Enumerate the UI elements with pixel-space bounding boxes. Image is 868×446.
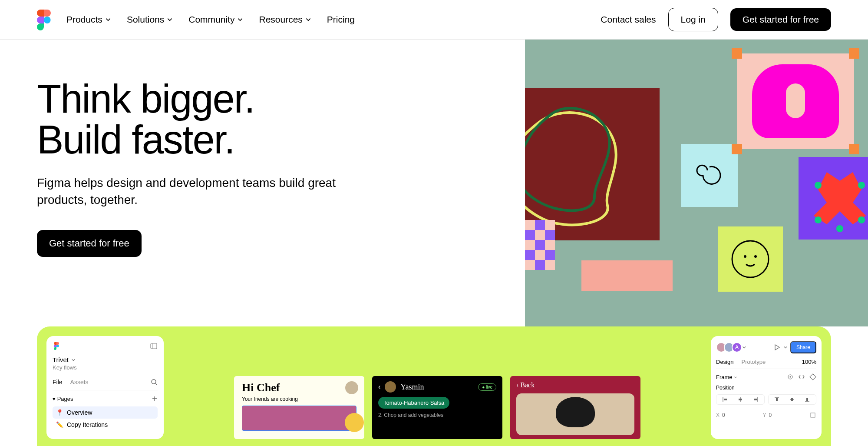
play-icon[interactable] — [773, 343, 781, 351]
jester-shape-icon — [799, 157, 868, 240]
get-started-button[interactable]: Get started for free — [730, 8, 831, 31]
svg-point-2 — [858, 182, 865, 189]
contact-sales-link[interactable]: Contact sales — [601, 14, 656, 25]
component-icon[interactable] — [809, 373, 816, 380]
share-button[interactable]: Share — [790, 341, 816, 353]
align-right-icon[interactable] — [749, 396, 762, 403]
chevron-down-icon — [105, 17, 111, 23]
project-subtitle: Key flows — [53, 364, 158, 371]
svg-point-9 — [56, 345, 59, 347]
login-button[interactable]: Log in — [668, 8, 718, 31]
chevron-down-icon — [305, 17, 311, 23]
recipe-pill: Tomato-Habañero Salsa — [378, 397, 449, 409]
svg-point-5 — [836, 225, 843, 232]
zoom-level[interactable]: 100% — [802, 359, 816, 365]
align-top-icon[interactable] — [770, 396, 784, 403]
properties-panel: A Share Design Prototype 100% Frame Posi… — [711, 336, 822, 439]
collaborator-avatars[interactable]: A — [716, 342, 739, 353]
plus-icon[interactable] — [152, 396, 158, 402]
chevron-down-icon — [71, 358, 76, 362]
svg-rect-26 — [791, 398, 793, 401]
svg-rect-29 — [811, 413, 815, 417]
chevron-down-icon — [167, 17, 173, 23]
avatar-icon — [345, 381, 358, 394]
chevron-down-icon[interactable] — [742, 345, 746, 349]
mockup-hi-chef: Hi Chef Your friends are cooking — [234, 376, 364, 439]
align-center-v-icon[interactable] — [785, 396, 799, 403]
x-position-field[interactable]: X0 — [716, 412, 759, 419]
peach-rect-shape — [581, 260, 673, 291]
site-header: Products Solutions Community Resources P… — [0, 0, 868, 40]
chevron-down-icon[interactable] — [783, 345, 788, 349]
tab-design[interactable]: Design — [716, 359, 733, 365]
svg-rect-18 — [724, 399, 727, 400]
tab-assets[interactable]: Assets — [70, 379, 89, 386]
svg-point-6 — [732, 241, 769, 277]
back-chevron-icon: ‹ — [378, 383, 380, 391]
pink-blob-icon — [752, 64, 839, 138]
back-link: ‹ Back — [516, 381, 634, 389]
svg-rect-24 — [776, 398, 778, 401]
recipe-step: 2. Chop and add vegetables — [378, 412, 496, 418]
tab-file[interactable]: File — [53, 379, 63, 386]
svg-rect-20 — [739, 399, 742, 400]
svg-line-13 — [155, 383, 157, 385]
align-bottom-icon[interactable] — [801, 396, 814, 403]
blob-shape-icon — [525, 88, 660, 240]
svg-rect-22 — [754, 399, 757, 400]
search-icon[interactable] — [151, 379, 158, 386]
sidebar-toggle-icon[interactable] — [150, 342, 158, 350]
project-name[interactable]: Trivet — [53, 356, 158, 363]
svg-rect-16 — [810, 374, 816, 380]
nav-solutions[interactable]: Solutions — [127, 14, 173, 25]
figma-logo-icon[interactable] — [37, 10, 51, 30]
mockup-yasmin: ‹ Yasmin ● live Tomato-Habañero Salsa 2.… — [372, 376, 502, 439]
nav-community[interactable]: Community — [188, 14, 243, 25]
chevron-down-icon — [734, 376, 737, 379]
main-nav: Products Solutions Community Resources P… — [66, 14, 585, 25]
code-icon[interactable] — [798, 373, 805, 380]
position-label: Position — [716, 385, 816, 391]
svg-point-0 — [44, 17, 51, 23]
live-badge: ● live — [478, 383, 496, 391]
figma-logo-icon[interactable] — [53, 342, 60, 350]
smiley-shape-icon — [718, 226, 783, 292]
page-item-overview[interactable]: 📍Overview — [53, 406, 158, 419]
canvas[interactable]: Hi Chef Your friends are cooking ‹ Yasmi… — [172, 336, 703, 439]
svg-rect-28 — [806, 398, 808, 401]
hero-artwork — [525, 40, 868, 326]
page-item-copy-iterations[interactable]: ✏️Copy Iterations — [53, 419, 158, 431]
hero-subtitle: Figma helps design and development teams… — [37, 174, 376, 208]
mockup-title: Hi Chef — [242, 381, 356, 394]
frame-dropdown[interactable]: Frame — [716, 374, 737, 380]
svg-point-12 — [152, 379, 156, 384]
avatar-icon — [385, 381, 396, 393]
mockup-image — [242, 406, 356, 431]
pages-label[interactable]: ▾ Pages — [53, 396, 73, 402]
svg-point-4 — [858, 216, 865, 223]
target-icon[interactable] — [787, 373, 794, 380]
y-position-field[interactable]: Y0 — [763, 412, 806, 419]
tab-prototype[interactable]: Prototype — [741, 359, 766, 365]
mockup-user-name: Yasmin — [400, 383, 474, 392]
hero-cta-button[interactable]: Get started for free — [37, 230, 142, 257]
mockup-photo — [516, 393, 634, 435]
constraints-icon[interactable] — [809, 412, 816, 419]
nav-resources[interactable]: Resources — [259, 14, 311, 25]
align-center-h-icon[interactable] — [733, 396, 747, 403]
chevron-down-icon — [237, 17, 243, 23]
nav-pricing[interactable]: Pricing — [327, 14, 355, 25]
nav-products[interactable]: Products — [66, 14, 111, 25]
svg-point-7 — [744, 255, 746, 258]
mockup-subtitle: Your friends are cooking — [242, 396, 356, 402]
checker-pattern-icon — [525, 220, 555, 281]
header-actions: Contact sales Log in Get started for fre… — [601, 8, 831, 31]
mockup-back: ‹ Back — [510, 376, 640, 439]
svg-rect-10 — [151, 343, 157, 349]
align-left-icon[interactable] — [718, 396, 732, 403]
hero-content: Think bigger.Build faster. Figma helps d… — [0, 40, 451, 326]
svg-point-8 — [754, 255, 757, 258]
hero-section: Think bigger.Build faster. Figma helps d… — [0, 40, 868, 326]
spiral-shape-icon — [681, 144, 738, 207]
selected-frame-shape — [737, 53, 854, 149]
